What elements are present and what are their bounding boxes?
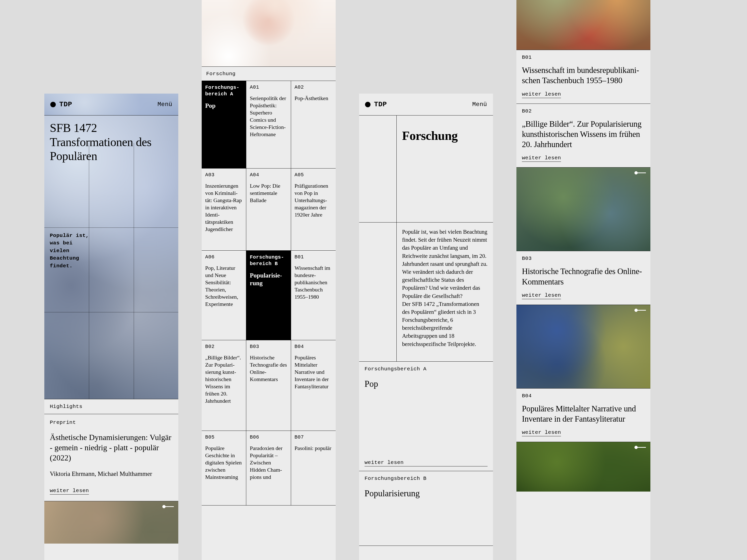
project-title: Serienpolitik der Popästhe­tik: Superher…	[250, 95, 287, 138]
project-title: Pop, Literatur und Neue Sensibilität: Th…	[205, 264, 242, 308]
area-name: Pop	[205, 102, 242, 109]
area-title: Pop	[364, 379, 488, 389]
project-cell[interactable]: B04 Populäres Mittelalter Narrative und …	[291, 340, 336, 431]
top-image	[202, 0, 336, 67]
project-code: B05	[205, 434, 242, 440]
project-image	[516, 0, 650, 50]
project-code: A02	[294, 84, 332, 90]
project-cell[interactable]: A04 Low Pop: Die sentimentale Ballade	[246, 168, 291, 250]
project-code: A05	[294, 172, 332, 178]
readmore-link[interactable]: weiter lesen	[522, 292, 561, 299]
project-code: A01	[250, 84, 287, 90]
intro-text: Populär ist, was bei vielen Beachtung fi…	[402, 228, 488, 348]
screen-research-detail: TDP Menü Forschung Populär ist, was bei …	[359, 94, 493, 560]
project-title: Historische Technografie des Online-Komm…	[522, 266, 645, 287]
hero-tagline: Populär ist, was bei vielen Beachtung fi…	[50, 232, 89, 270]
project-code: B04	[294, 344, 332, 349]
project-card[interactable]: B02 „Billige Bilder“. Zur Popularisierun…	[516, 104, 650, 167]
project-grid: Forschungs- bereich A Pop A01 Serienpoli…	[202, 81, 336, 506]
slider-icon	[636, 447, 646, 448]
project-cell[interactable]: B07 Pasolini: popu­lär	[291, 431, 336, 506]
project-code: B01	[522, 54, 645, 60]
project-title: Historische Technografie des Online-Komm…	[250, 354, 287, 383]
project-image	[516, 442, 650, 491]
project-cell[interactable]: A01 Serienpolitik der Popästhe­tik: Supe…	[246, 81, 291, 168]
area-kicker: Forschungsbereich B	[364, 476, 488, 481]
project-code: B02	[522, 108, 645, 114]
project-code: A03	[205, 172, 242, 178]
logo-text: TDP	[59, 101, 72, 108]
project-title: Populäres Mittelalter Narrative und Inve…	[522, 404, 645, 424]
project-card[interactable]: B01 Wissenschaft im bundesrepublikani­sc…	[516, 50, 650, 104]
project-title: „Billige Bilder“. Zur Popularisierung ku…	[522, 119, 645, 150]
area-b-block[interactable]: Forschungsbereich B Popularisierung	[359, 471, 493, 546]
project-code: B01	[294, 254, 332, 260]
intro-row: Populär ist, was bei vielen Beachtung fi…	[359, 222, 493, 362]
project-title: Präfiguratio­nen von Pop in Unterhaltung…	[294, 182, 332, 218]
project-cell[interactable]: A03 Inszenierungen von Kriminali­tät: Ga…	[202, 168, 246, 250]
screen-research-grid: Forschung Forschungs- bereich A Pop A01 …	[202, 0, 336, 560]
slider-icon	[636, 310, 646, 311]
menu-button[interactable]: Menü	[472, 101, 487, 108]
project-code: B07	[294, 434, 332, 440]
readmore-link[interactable]: weiter lesen	[522, 91, 561, 98]
project-cell[interactable]: B03 Historische Technografie des Online-…	[246, 340, 291, 431]
project-cell[interactable]: B01 Wissenschaft im bundesre­publikanisc…	[291, 250, 336, 340]
logo[interactable]: TDP	[50, 101, 72, 108]
project-title: Populäre Geschichte in digitalen Spie­le…	[205, 445, 242, 481]
hero: SFB 1472 Transformationen des Populären …	[44, 115, 178, 399]
slider-icon	[163, 506, 174, 507]
project-title: „Billige Bilder“. Zur Populari­sierung k…	[205, 354, 242, 404]
header: TDP Menü	[44, 94, 178, 115]
project-code: A04	[250, 172, 287, 178]
project-title: Inszenierungen von Kriminali­tät: Gangst…	[205, 182, 242, 233]
project-title: Populäres Mittelalter Narrative und Inve…	[294, 354, 332, 390]
area-a-block[interactable]: Forschungsbereich A Pop weiter lesen	[359, 362, 493, 471]
area-title: Popularisierung	[364, 488, 488, 499]
area-a-cell[interactable]: Forschungs- bereich A Pop	[202, 81, 246, 168]
highlight-image	[44, 501, 178, 543]
area-name: Popularisie- rung	[250, 271, 287, 287]
project-code: A06	[205, 254, 242, 260]
area-kicker: Forschungsbereich A	[364, 366, 488, 372]
highlight-kicker: Preprint	[50, 420, 173, 425]
project-cell[interactable]: B05 Populäre Geschichte in digitalen Spi…	[202, 431, 246, 506]
project-cell[interactable]: B02 „Billige Bilder“. Zur Populari­sieru…	[202, 340, 246, 431]
project-title: Wissenschaft im bundesre­publikanischen …	[294, 264, 332, 300]
project-cell[interactable]: A06 Pop, Literatur und Neue Sensibilität…	[202, 250, 246, 340]
header: TDP Menü	[359, 94, 493, 115]
readmore-link[interactable]: weiter lesen	[522, 155, 561, 162]
project-cell[interactable]: B06 Paradoxien der Popularität – Zwische…	[246, 431, 291, 506]
project-card[interactable]: B04 Populäres Mittelalter Narrative und …	[516, 388, 650, 442]
project-title: Low Pop: Die sentimentale Ballade	[250, 182, 287, 204]
readmore-link[interactable]: weiter lesen	[364, 460, 488, 466]
menu-button[interactable]: Menü	[157, 101, 172, 108]
project-code: B04	[522, 393, 645, 399]
page-title: Forschung	[402, 128, 488, 143]
project-code: B02	[205, 344, 242, 349]
project-title: Pop-Ästheti­ken	[294, 95, 332, 102]
readmore-link[interactable]: weiter lesen	[522, 430, 561, 436]
project-code: B03	[250, 344, 287, 349]
highlight-authors: Viktoria Ehrmann, Michael Multhammer	[50, 470, 173, 478]
highlights-label: Highlights	[44, 399, 178, 414]
highlight-title: Ästhetische Dynamisierungen: Vulgär - ge…	[50, 432, 173, 463]
project-code: B06	[250, 434, 287, 440]
section-label: Forschung	[202, 67, 336, 81]
logo-text: TDP	[374, 101, 387, 108]
logo-dot-icon	[365, 102, 370, 107]
highlight-card[interactable]: Preprint Ästhetische Dynamisierungen: Vu…	[44, 414, 178, 501]
project-cell[interactable]: A05 Präfiguratio­nen von Pop in Unterhal…	[291, 168, 336, 250]
area-label: Forschungs- bereich A	[205, 84, 242, 97]
readmore-link[interactable]: weiter lesen	[50, 488, 89, 495]
project-image	[516, 167, 650, 251]
page-title-row: Forschung	[359, 115, 493, 222]
screen-project-list: B01 Wissenschaft im bundesrepublikani­sc…	[516, 0, 650, 560]
logo-dot-icon	[50, 102, 56, 107]
project-image	[516, 304, 650, 388]
logo[interactable]: TDP	[365, 101, 387, 108]
project-cell[interactable]: A02 Pop-Ästheti­ken	[291, 81, 336, 168]
area-b-cell[interactable]: Forschungs- bereich B Popularisie- rung	[246, 250, 291, 340]
project-title: Wissenschaft im bundesrepublikani­schen …	[522, 65, 645, 86]
project-card[interactable]: B03 Historische Technografie des Online-…	[516, 251, 650, 304]
